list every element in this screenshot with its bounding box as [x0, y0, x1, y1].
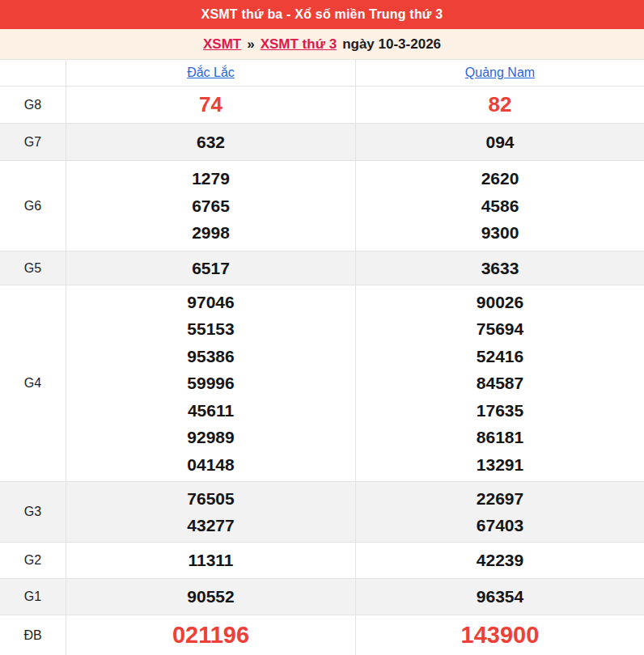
table-row-g4: G4 97046 55153 95386 59996 45611 92989 0… — [0, 285, 644, 481]
prize-values-dac-lac: 1279 6765 2998 — [66, 161, 356, 251]
prize-values-quang-nam: 22697 67403 — [356, 482, 644, 542]
province-link-quang-nam[interactable]: Quảng Nam — [465, 65, 535, 81]
table-row-g2: G2 11311 42239 — [0, 542, 644, 578]
prize-label: G4 — [0, 285, 66, 481]
lottery-results-table: Đắc Lắc Quảng Nam G8 74 82 G7 632 094 G6… — [0, 59, 644, 655]
prize-values-quang-nam: 2620 4586 9300 — [356, 161, 644, 251]
prize-values-dac-lac: 74 — [66, 87, 356, 123]
table-row-g1: G1 90552 96354 — [0, 578, 644, 615]
table-header-row: Đắc Lắc Quảng Nam — [0, 59, 644, 86]
prize-values-dac-lac: 6517 — [66, 251, 356, 285]
breadcrumb-separator: » — [247, 36, 254, 53]
prize-values-dac-lac: 90552 — [66, 579, 356, 615]
table-row-g5: G5 6517 3633 — [0, 251, 644, 285]
page-title: XSMT thứ ba - Xổ số miền Trung thứ 3 — [201, 7, 443, 22]
prize-column-header — [0, 60, 66, 86]
prize-values-quang-nam: 96354 — [356, 579, 644, 615]
prize-label: G5 — [0, 251, 66, 285]
breadcrumb-date-text: ngày 10-3-2026 — [342, 36, 441, 53]
prize-values-dac-lac: 76505 43277 — [66, 482, 356, 542]
prize-label: G8 — [0, 87, 66, 123]
province-link-dac-lac[interactable]: Đắc Lắc — [187, 65, 235, 81]
column-header-dac-lac: Đắc Lắc — [66, 60, 356, 86]
prize-values-dac-lac: 632 — [66, 124, 356, 160]
prize-label: G7 — [0, 124, 66, 160]
prize-values-quang-nam: 143900 — [356, 615, 644, 655]
prize-values-quang-nam: 094 — [356, 124, 644, 160]
table-row-db: ĐB 021196 143900 — [0, 615, 644, 655]
column-header-quang-nam: Quảng Nam — [356, 60, 644, 86]
table-row-g8: G8 74 82 — [0, 86, 644, 123]
table-row-g3: G3 76505 43277 22697 67403 — [0, 481, 644, 542]
prize-label: G2 — [0, 543, 66, 578]
prize-label: G6 — [0, 161, 66, 251]
page-header-bar: XSMT thứ ba - Xổ số miền Trung thứ 3 — [0, 0, 644, 29]
prize-values-quang-nam: 82 — [356, 87, 644, 123]
breadcrumb-link-xsmt[interactable]: XSMT — [203, 36, 241, 53]
prize-label: ĐB — [0, 615, 66, 655]
prize-values-quang-nam: 90026 75694 52416 84587 17635 86181 1329… — [356, 285, 644, 481]
prize-values-quang-nam: 3633 — [356, 251, 644, 285]
table-row-g6: G6 1279 6765 2998 2620 4586 9300 — [0, 160, 644, 251]
breadcrumb: XSMT » XSMT thứ 3 ngày 10-3-2026 — [0, 29, 644, 59]
breadcrumb-link-xsmt-thu-3[interactable]: XSMT thứ 3 — [261, 36, 337, 53]
prize-values-dac-lac: 97046 55153 95386 59996 45611 92989 0414… — [66, 285, 356, 481]
prize-values-quang-nam: 42239 — [356, 543, 644, 578]
table-row-g7: G7 632 094 — [0, 123, 644, 160]
prize-label: G1 — [0, 579, 66, 615]
prize-label: G3 — [0, 482, 66, 542]
prize-values-dac-lac: 021196 — [66, 615, 356, 655]
prize-values-dac-lac: 11311 — [66, 543, 356, 578]
